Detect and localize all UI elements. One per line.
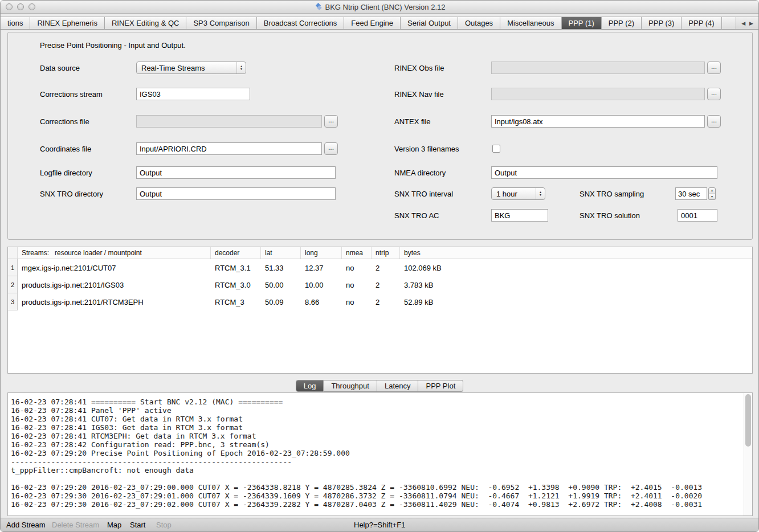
data-source-select[interactable]: Real-Time Streams ▴▾ <box>136 62 246 74</box>
antex-file-input[interactable] <box>491 115 705 128</box>
snx-tro-solution-input[interactable] <box>678 209 717 222</box>
data-source-value: Real-Time Streams <box>137 64 236 72</box>
snx-tro-sampling-label: SNX TRO sampling <box>580 190 644 198</box>
cell-ntrip: 2 <box>372 259 400 276</box>
minimize-button[interactable] <box>17 3 24 10</box>
tab-ppp-4[interactable]: PPP (4) <box>682 17 721 29</box>
window-title: BKG Ntrip Client (BNC) Version 2.12 <box>325 3 446 11</box>
log-line: 16-02-23 07:29:30 2016-02-23_07:29:02.00… <box>11 500 741 509</box>
logfile-directory-input[interactable] <box>136 166 336 179</box>
tab-scroll-left-icon[interactable]: ◀ <box>741 21 745 26</box>
cell-lat: 50.00 <box>261 276 301 293</box>
tab-latency[interactable]: Latency <box>377 380 419 392</box>
tab-outages[interactable]: Outages <box>458 17 500 29</box>
snx-tro-directory-input[interactable] <box>136 187 336 200</box>
cell-mountpoint: products.igs-ip.net:2101/RTCM3EPH <box>18 293 211 310</box>
tab-log[interactable]: Log <box>296 380 324 392</box>
coordinates-file-browse-button[interactable]: ... <box>324 142 338 155</box>
version3-filenames-checkbox[interactable] <box>492 145 500 153</box>
coordinates-file-input[interactable] <box>136 142 322 155</box>
cell-long: 8.66 <box>301 293 342 310</box>
snx-tro-interval-select[interactable]: 1 hour ▴▾ <box>491 187 545 200</box>
tab-sp3-comparison[interactable]: SP3 Comparison <box>186 17 256 29</box>
log-tabbar: Log Throughput Latency PPP Plot <box>1 380 758 392</box>
tab-ppp-plot[interactable]: PPP Plot <box>418 380 463 392</box>
column-header-decoder: decoder <box>211 247 261 259</box>
start-button[interactable]: Start <box>130 521 145 529</box>
delete-stream-button[interactable]: Delete Stream <box>52 521 99 529</box>
rinex-obs-file-browse-button[interactable]: ... <box>707 62 721 74</box>
traffic-lights <box>6 3 35 10</box>
tab-throughput[interactable]: Throughput <box>324 380 377 392</box>
log-line: 16-02-23 07:28:42 Configuration read: PP… <box>11 440 741 449</box>
tab-miscellaneous[interactable]: Miscellaneous <box>500 17 561 29</box>
corrections-file-label: Corrections file <box>40 117 89 126</box>
snx-tro-interval-value: 1 hour <box>492 190 536 198</box>
tab-broadcast-corrections[interactable]: Broadcast Corrections <box>257 17 345 29</box>
spin-down-button[interactable]: ▾ <box>708 194 716 200</box>
cell-decoder: RTCM_3.0 <box>211 276 261 293</box>
cell-bytes: 102.069 kB <box>400 259 752 276</box>
data-source-label: Data source <box>40 64 80 72</box>
help-hint: Help?=Shift+F1 <box>354 521 405 529</box>
row-number: 2 <box>8 276 18 293</box>
tab-scrollers: ◀ ▶ <box>736 17 758 29</box>
cell-long: 12.37 <box>301 259 342 276</box>
table-corner-cell <box>8 247 18 259</box>
log-output: 16-02-23 07:28:41 ========== Start BNC v… <box>7 392 753 516</box>
corrections-file-input <box>136 115 322 128</box>
table-row[interactable]: 2 products.igs-ip.net:2101/IGS03 RTCM_3.… <box>8 276 752 293</box>
snx-tro-sampling-spinbox: ▴ ▾ <box>675 187 716 200</box>
snx-tro-sampling-input[interactable] <box>675 187 707 200</box>
map-button[interactable]: Map <box>107 521 121 529</box>
cell-nmea: no <box>342 276 372 293</box>
log-scrollbar-thumb[interactable] <box>745 394 751 447</box>
cell-long: 10.00 <box>301 276 342 293</box>
streams-table: Streams: resource loader / mountpoint de… <box>7 247 753 374</box>
rinex-obs-file-input <box>491 62 705 74</box>
tab-ppp-2[interactable]: PPP (2) <box>602 17 642 29</box>
rinex-nav-file-browse-button[interactable]: ... <box>707 88 721 100</box>
tab-tions[interactable]: tions <box>1 17 30 29</box>
combo-arrows-icon: ▴▾ <box>536 188 545 199</box>
log-scrollbar[interactable] <box>744 393 752 515</box>
stop-button[interactable]: Stop <box>156 521 172 529</box>
app-icon <box>314 3 323 11</box>
cell-mountpoint: mgex.igs-ip.net:2101/CUT07 <box>18 259 211 276</box>
antex-file-browse-button[interactable]: ... <box>707 115 721 128</box>
rinex-nav-file-input <box>491 88 705 100</box>
cell-ntrip: 2 <box>372 276 400 293</box>
titlebar: BKG Ntrip Client (BNC) Version 2.12 <box>1 1 758 14</box>
cell-ntrip: 2 <box>372 293 400 310</box>
nmea-directory-input[interactable] <box>491 166 717 179</box>
log-line: 16-02-23 07:29:20 2016-02-23_07:29:00.00… <box>11 483 741 492</box>
tab-rinex-editing-qc[interactable]: RINEX Editing & QC <box>105 17 187 29</box>
logfile-directory-label: Logfile directory <box>40 169 92 177</box>
log-line: 16-02-23 07:28:41 ========== Start BNC v… <box>11 398 741 406</box>
table-row[interactable]: 1 mgex.igs-ip.net:2101/CUT07 RTCM_3.1 51… <box>8 259 752 276</box>
tab-ppp-1[interactable]: PPP (1) <box>562 17 602 29</box>
tab-rinex-ephemeris[interactable]: RINEX Ephemeris <box>30 17 104 29</box>
rinex-obs-file-label: RINEX Obs file <box>394 64 444 72</box>
snx-tro-interval-label: SNX TRO interval <box>394 190 453 198</box>
tab-serial-output[interactable]: Serial Output <box>401 17 458 29</box>
streams-table-header: Streams: resource loader / mountpoint de… <box>8 247 752 259</box>
corrections-stream-label: Corrections stream <box>40 90 103 99</box>
snx-tro-directory-label: SNX TRO directory <box>40 190 103 198</box>
app-window: BKG Ntrip Client (BNC) Version 2.12 tion… <box>0 0 759 532</box>
cell-nmea: no <box>342 259 372 276</box>
tab-scroll-right-icon[interactable]: ▶ <box>749 21 753 26</box>
snx-tro-ac-input[interactable] <box>491 209 548 222</box>
table-row[interactable]: 3 products.igs-ip.net:2101/RTCM3EPH RTCM… <box>8 293 752 310</box>
zoom-button[interactable] <box>28 3 35 10</box>
corrections-stream-input[interactable] <box>136 88 250 100</box>
tab-feed-engine[interactable]: Feed Engine <box>344 17 401 29</box>
close-button[interactable] <box>6 3 13 10</box>
tab-ppp-3[interactable]: PPP (3) <box>642 17 682 29</box>
log-line: 16-02-23 07:28:41 CUT07: Get data in RTC… <box>11 415 741 423</box>
spin-up-button[interactable]: ▴ <box>708 187 716 194</box>
corrections-file-browse-button[interactable]: ... <box>324 115 338 128</box>
column-header-ntrip: ntrip <box>372 247 400 259</box>
row-number: 3 <box>8 293 18 310</box>
add-stream-button[interactable]: Add Stream <box>6 521 46 529</box>
